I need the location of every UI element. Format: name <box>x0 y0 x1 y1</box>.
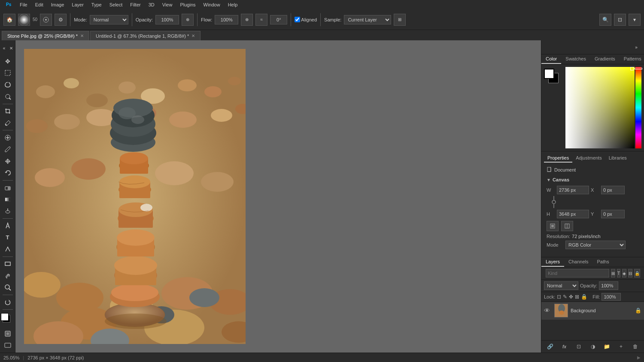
lock-artboard-icon[interactable]: ⊠ <box>575 294 579 300</box>
lock-image-icon[interactable]: ✎ <box>563 294 567 300</box>
status-arrow[interactable]: ▶ <box>637 355 641 360</box>
workspace-arrow[interactable]: ▾ <box>629 14 641 26</box>
panel-collapse-btn[interactable]: » <box>630 41 642 53</box>
layers-filter-btn-4[interactable]: ⊟ <box>628 269 632 278</box>
flow-pressure-btn[interactable]: ⊕ <box>241 14 253 26</box>
gradient-tool[interactable] <box>2 194 14 205</box>
libraries-tab[interactable]: Libraries <box>605 154 630 163</box>
eraser-tool[interactable] <box>2 182 14 193</box>
canvas-action-2[interactable] <box>561 221 573 231</box>
tab-stone-pile[interactable]: Stone Pile.jpg @ 25% (RGB/8#) * ✕ <box>2 31 89 40</box>
layers-filter-btn-1[interactable]: ⊞ <box>611 269 615 278</box>
flow-input[interactable] <box>215 15 238 24</box>
menu-filter[interactable]: Filter <box>127 1 144 8</box>
lock-all-icon[interactable]: 🔒 <box>581 294 587 300</box>
color-spectrum-main[interactable] <box>565 67 635 148</box>
menu-ps[interactable]: Ps <box>2 0 15 9</box>
adjustments-tab[interactable]: Adjustments <box>572 154 605 163</box>
mode-select[interactable]: Normal <box>90 15 128 24</box>
opacity-input-layers[interactable] <box>599 281 618 290</box>
quick-select-tool[interactable] <box>2 91 14 102</box>
opacity-pressure-btn[interactable]: ⊕ <box>182 14 194 26</box>
hand-tool[interactable] <box>2 270 14 281</box>
color-tab[interactable]: Color <box>541 54 561 64</box>
layers-search-input[interactable] <box>546 269 609 278</box>
angle-input[interactable] <box>270 15 287 24</box>
layer-delete-btn[interactable]: 🗑 <box>631 342 640 351</box>
sample-all-layers-btn[interactable]: ⊞ <box>394 14 406 26</box>
layer-mask-btn[interactable]: ⊡ <box>574 342 583 351</box>
search-btn[interactable]: 🔍 <box>599 14 611 26</box>
gradients-tab[interactable]: Gradients <box>590 54 620 64</box>
panel-toggle-btn[interactable]: « <box>1 42 7 54</box>
lasso-tool[interactable] <box>2 79 14 90</box>
layer-adjustment-btn[interactable]: ◑ <box>588 342 598 351</box>
rectangular-marquee-tool[interactable] <box>2 67 14 78</box>
layer-fx-btn[interactable]: fx <box>560 342 569 351</box>
crop-tool[interactable] <box>2 106 14 116</box>
canvas-action-1[interactable] <box>547 221 559 231</box>
dodge-tool[interactable] <box>2 205 14 216</box>
layer-group-btn[interactable]: 📁 <box>602 342 612 351</box>
canvas-width-input[interactable] <box>557 186 589 194</box>
smoothing-btn[interactable]: ≈ <box>255 14 267 26</box>
rectangle-tool[interactable] <box>2 259 14 269</box>
layers-tab[interactable]: Layers <box>541 257 564 267</box>
fill-input[interactable] <box>601 293 621 301</box>
quick-mask-btn[interactable] <box>2 328 14 339</box>
tab-untitled-close[interactable]: ✕ <box>191 33 195 38</box>
menu-window[interactable]: Window <box>200 1 224 8</box>
rotate-view-tool[interactable] <box>2 297 14 308</box>
properties-tab[interactable]: Properties <box>544 154 572 163</box>
menu-file[interactable]: File <box>16 1 31 8</box>
layer-new-btn[interactable]: + <box>617 342 626 351</box>
canvas-x-input[interactable] <box>601 186 625 194</box>
layer-visibility-icon[interactable]: 👁 <box>544 307 552 314</box>
layer-item-background[interactable]: 👁 Background 🔒 <box>541 302 644 320</box>
hue-slider[interactable] <box>635 67 641 148</box>
clone-stamp-tool[interactable] <box>2 156 14 166</box>
workspace-btn[interactable]: ⊡ <box>614 14 626 26</box>
patterns-tab[interactable]: Patterns <box>620 54 644 64</box>
layers-blend-mode-select[interactable]: Normal <box>544 281 578 290</box>
brush-tool[interactable] <box>2 144 14 155</box>
type-tool[interactable]: T <box>2 232 14 243</box>
foreground-color-box[interactable] <box>544 69 554 79</box>
zoom-tool[interactable] <box>2 282 14 293</box>
brush-tool-picker[interactable] <box>18 14 30 26</box>
eyedropper-tool[interactable] <box>2 118 14 128</box>
foreground-color-swatch[interactable] <box>1 313 9 321</box>
tab-stone-pile-close[interactable]: ✕ <box>80 33 84 38</box>
layers-filter-btn-2[interactable]: T <box>617 269 620 278</box>
swatches-tab[interactable]: Swatches <box>561 54 590 64</box>
layer-link-btn[interactable]: 🔗 <box>546 342 555 351</box>
tab-untitled[interactable]: Untitled-1 @ 67.3% (Rectangle 1, RGB/8#)… <box>90 31 200 40</box>
canvas-area[interactable] <box>15 40 541 353</box>
menu-help[interactable]: Help <box>225 1 241 8</box>
screen-mode-btn[interactable] <box>2 340 14 351</box>
channels-tab[interactable]: Channels <box>564 257 592 267</box>
canvas-mode-select[interactable]: RGB Color <box>565 241 626 249</box>
history-brush-tool[interactable] <box>2 167 14 178</box>
layers-filter-btn-5[interactable]: 🔒 <box>634 269 640 278</box>
layers-filter-btn-3[interactable]: ◈ <box>622 269 626 278</box>
canvas-section-header[interactable]: ▼ Canvas <box>547 175 639 184</box>
lock-position-icon[interactable]: ✥ <box>569 294 573 300</box>
close-panel-btn[interactable]: ✕ <box>8 42 14 54</box>
brush-settings-btn[interactable]: ⚙ <box>55 14 67 26</box>
path-select-tool[interactable] <box>2 244 14 254</box>
brush-preset-picker[interactable] <box>40 14 52 26</box>
pen-tool[interactable] <box>2 220 14 231</box>
menu-3d[interactable]: 3D <box>145 1 158 8</box>
lock-transparent-icon[interactable]: ⊡ <box>557 294 561 300</box>
link-chain-icon[interactable] <box>551 196 557 208</box>
canvas-y-input[interactable] <box>601 210 625 218</box>
menu-select[interactable]: Select <box>106 1 126 8</box>
menu-layer[interactable]: Layer <box>68 1 87 8</box>
menu-type[interactable]: Type <box>88 1 105 8</box>
menu-plugins[interactable]: Plugins <box>176 1 199 8</box>
menu-edit[interactable]: Edit <box>32 1 47 8</box>
home-button[interactable]: 🏠 <box>3 14 15 26</box>
heal-tool[interactable] <box>2 132 14 143</box>
sample-select[interactable]: Current Layer <box>344 15 391 24</box>
